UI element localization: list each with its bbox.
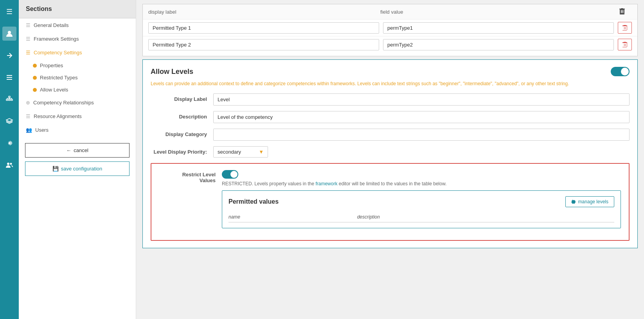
sidebar-subitem-properties[interactable]: Properties <box>19 59 136 72</box>
sidebar-item-framework-settings[interactable]: ☰ Framework Settings <box>19 32 136 46</box>
save-button[interactable]: 💾 save configuration <box>25 161 130 176</box>
sidebar-item-general-details[interactable]: ☰ General Details <box>19 18 136 32</box>
restrict-toggle-knob <box>230 171 237 178</box>
level-display-priority-label: Level Display Priority: <box>151 146 213 155</box>
svg-rect-2 <box>7 77 12 78</box>
svg-rect-4 <box>9 96 10 97</box>
level-display-priority-row: Level Display Priority: secondary ▼ <box>151 146 630 158</box>
framework-settings-icon: ☰ <box>26 36 31 42</box>
allow-levels-section: Allow Levels Levels can provide an addit… <box>142 59 638 248</box>
svg-point-0 <box>8 31 11 34</box>
svg-rect-1 <box>7 75 12 76</box>
general-details-icon: ☰ <box>26 22 31 28</box>
permitted-type-2-value-input[interactable] <box>383 39 614 50</box>
description-row: Description <box>151 111 630 123</box>
sidebar-subitem-restricted-types[interactable]: Restricted Types <box>19 72 136 84</box>
permitted-values-title: Permitted values <box>228 198 279 205</box>
nav-bar: ☰ <box>0 0 19 319</box>
user-icon[interactable] <box>2 27 16 41</box>
menu-icon[interactable]: ☰ <box>2 5 16 19</box>
allow-levels-description: Levels can provide an additional context… <box>151 80 630 87</box>
restrict-toggle-row <box>222 170 621 179</box>
description-label: Description <box>151 111 213 120</box>
sidebar-buttons: ← cancel 💾 save configuration <box>19 137 136 182</box>
permitted-values-header: Permitted values manage levels <box>228 196 614 207</box>
level-display-priority-select[interactable]: secondary ▼ <box>213 146 268 158</box>
permitted-values-box: Permitted values manage levels name <box>222 190 621 228</box>
display-label-label: Display Label <box>151 93 213 102</box>
svg-rect-6 <box>9 99 10 100</box>
restrict-row: Restrict LevelValues RESTRICTED. Levels … <box>159 170 621 228</box>
cancel-button[interactable]: ← cancel <box>25 143 130 158</box>
users-nav-icon: 👥 <box>26 127 32 133</box>
manage-levels-button[interactable]: manage levels <box>565 196 614 207</box>
svg-rect-5 <box>6 99 8 100</box>
delete-row-2-button[interactable] <box>618 39 632 50</box>
table-header: display label field value <box>143 4 637 20</box>
priority-value: secondary <box>218 149 241 155</box>
toggle-knob <box>621 68 629 75</box>
restrict-content: RESTRICTED. Levels property values in th… <box>222 170 621 228</box>
permitted-type-2-display-input[interactable] <box>148 39 379 50</box>
competency-relationships-icon: ⊕ <box>26 100 30 106</box>
permitted-types-section: display label field value <box>142 4 638 56</box>
chevron-down-icon: ▼ <box>259 149 264 155</box>
restrict-level-section: Restrict LevelValues RESTRICTED. Levels … <box>151 163 630 241</box>
col-action-header <box>612 7 632 16</box>
svg-rect-7 <box>11 99 13 100</box>
pv-name-header: name <box>228 214 357 220</box>
permitted-type-1-display-input[interactable] <box>148 22 379 34</box>
restrict-text-prefix: RESTRICTED. Levels property values in th… <box>222 181 314 186</box>
pv-desc-header: description <box>357 214 614 220</box>
permitted-type-1-value-input[interactable] <box>383 22 614 34</box>
sidebar-item-users[interactable]: 👥 Users <box>19 123 136 137</box>
sidebar-item-competency-settings[interactable]: ☰ Competency Settings <box>19 46 136 59</box>
display-category-input[interactable] <box>213 129 630 141</box>
description-input[interactable] <box>213 111 630 123</box>
allow-levels-dot <box>33 88 37 92</box>
cancel-arrow-icon: ← <box>66 147 71 153</box>
delete-row-1-button[interactable] <box>618 22 632 34</box>
sidebar-subitem-allow-levels[interactable]: Allow Levels <box>19 84 136 96</box>
table-row <box>143 36 637 53</box>
restrict-level-toggle[interactable] <box>222 170 238 179</box>
restrict-level-label: Restrict LevelValues <box>159 170 222 183</box>
col-label-header: display label <box>148 9 380 15</box>
col-value-header: field value <box>380 9 612 15</box>
forward-icon[interactable] <box>2 48 16 63</box>
svg-point-13 <box>10 163 12 165</box>
restrict-text-suffix: editor will be limited to the values in … <box>339 181 447 186</box>
sidebar-item-resource-alignments[interactable]: ☰ Resource Alignments <box>19 109 136 123</box>
display-label-input[interactable] <box>213 93 630 106</box>
allow-levels-toggle[interactable] <box>611 67 630 76</box>
competency-settings-icon: ☰ <box>26 50 31 56</box>
gear-icon[interactable] <box>2 136 16 150</box>
resource-alignments-icon: ☰ <box>26 113 31 119</box>
list-icon[interactable] <box>2 70 16 84</box>
layers-icon[interactable] <box>2 114 16 128</box>
svg-rect-3 <box>7 79 12 80</box>
allow-levels-title-row: Allow Levels <box>151 67 630 76</box>
display-category-row: Display Category <box>151 129 630 141</box>
sidebar-item-competency-relationships[interactable]: ⊕ Competency Relationships <box>19 96 136 109</box>
permitted-values-table-header: name description <box>228 212 614 222</box>
display-label-row: Display Label <box>151 93 630 106</box>
content-area: display label field value <box>136 0 644 319</box>
table-row <box>143 20 637 36</box>
users-icon[interactable] <box>2 158 16 172</box>
display-category-label: Display Category <box>151 129 213 137</box>
sidebar: Sections ☰ General Details ☰ Framework S… <box>19 0 136 319</box>
save-icon: 💾 <box>52 166 59 172</box>
allow-levels-title: Allow Levels <box>151 68 193 76</box>
svg-point-12 <box>7 163 9 165</box>
main-container: Sections ☰ General Details ☰ Framework S… <box>19 0 644 319</box>
restricted-types-dot <box>33 76 37 80</box>
hierarchy-icon[interactable] <box>2 92 16 106</box>
properties-dot <box>33 64 37 68</box>
framework-link[interactable]: framework <box>315 181 337 186</box>
sidebar-title: Sections <box>19 0 136 18</box>
restrict-description: RESTRICTED. Levels property values in th… <box>222 181 621 186</box>
